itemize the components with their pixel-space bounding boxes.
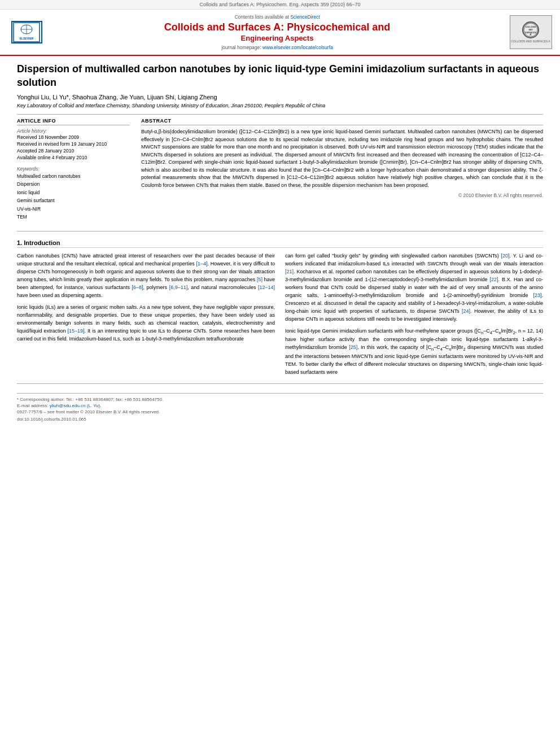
abstract-header: ABSTRACT [141,118,543,125]
intro-para2: Ionic liquids (ILs) are a series of orga… [17,304,275,343]
email-note: E-mail address: yliuh@sdu.edu.cn (L. Yu)… [17,403,543,408]
keyword-item: Gemini surfactant [17,196,130,204]
ref-15-19: [15–19] [68,328,85,334]
keywords-list: Multiwalled carbon nanotubesDispersionIo… [17,172,130,221]
elsevier-logo: ELSEVIER [7,21,46,43]
ref-20: [20] [501,253,510,259]
ref-23: [23] [533,292,541,298]
svg-text:A: A [530,33,532,36]
ref-6-9-11: [6,9–11] [169,285,188,290]
article-history-group: Article history: Received 18 November 20… [17,128,130,161]
svg-text:COLLOIDS: COLLOIDS [525,27,536,29]
ref-22: [22] [490,277,498,282]
top-bar: Colloids and Surfaces A: Physicochem. En… [0,0,560,10]
article-info-column: ARTICLE INFO Article history: Received 1… [17,118,130,225]
accepted: Accepted 28 January 2010 [17,148,130,155]
elsevier-logo-box: ELSEVIER [11,21,42,43]
intro-para3: can form gel called "bucky gels" by grin… [285,252,543,323]
svg-text:ELSEVIER: ELSEVIER [20,37,34,40]
journal-main-title: Colloids and Surfaces A: Physicochemical… [52,21,502,34]
svg-text:AND: AND [528,29,533,31]
journal-sub-title: Engineering Aspects [52,34,502,43]
info-abstract-section: ARTICLE INFO Article history: Received 1… [17,118,543,225]
affiliation: Key Laboratory of Colloid and Interface … [17,103,543,108]
available-online: Available online 4 February 2010 [17,155,130,161]
body-col-left: Carbon nanotubes (CNTs) have attracted g… [17,252,275,380]
keyword-item: Dispersion [17,180,130,188]
journal-logo-box: COLLOIDS AND SURFACES A COLLOIDS AND SUR… [510,15,552,49]
divider-1 [17,114,543,115]
introduction-title: 1. Introduction [17,239,543,248]
keyword-item: Ionic liquid [17,189,130,196]
homepage-url[interactable]: www.elsevier.com/locate/colsurfa [262,45,333,50]
authors: Yonghui Liu, Li Yu*, Shaohua Zhang, Jie … [17,94,543,101]
keyword-item: UV-vis-NIR [17,205,130,213]
received1: Received 18 November 2009 [17,134,130,141]
keyword-item: TEM [17,213,130,221]
ref-1-4: [1–4] [196,261,207,267]
article-title: Dispersion of multiwalled carbon nanotub… [17,63,543,89]
introduction-section: 1. Introduction Carbon nanotubes (CNTs) … [17,239,543,380]
keywords-group: Keywords: Multiwalled carbon nanotubesDi… [17,166,130,221]
footer-divider [17,383,543,384]
sciencedirect-link[interactable]: ScienceDirect [290,14,320,20]
corresponding-author-note: * Corresponding author. Tel.: +86 531 88… [17,397,543,402]
history-label: Article history: [17,128,130,134]
keywords-label: Keywords: [17,166,130,172]
doi-line: doi:10.1016/j.colsurfa.2010.01.065 [17,417,543,422]
abstract-copyright: © 2010 Elsevier B.V. All rights reserved… [141,193,543,198]
journal-logo-circle: COLLOIDS AND SURFACES A [522,21,539,38]
keyword-item: Multiwalled carbon nanotubes [17,172,130,180]
ref-5: [5] [257,277,262,282]
ref-21: [21] [285,269,294,274]
copyright-note: 0927-7757/$ – see front matter © 2010 El… [17,409,543,414]
ref-25: [25] [349,344,357,350]
journal-header: ELSEVIER Contents lists available at Sci… [0,10,560,56]
email-link[interactable]: yliuh@sdu.edu.cn (L. Yu). [50,403,102,408]
body-col-right: can form gel called "bucky gels" by grin… [285,252,543,380]
abstract-column: ABSTRACT Butyl-α,β-bis(dodecylimidazoliu… [141,118,543,225]
journal-logo-right: COLLOIDS AND SURFACES A COLLOIDS AND SUR… [508,15,553,49]
intro-para4: Ionic liquid-type Gemini imidazolium sur… [285,327,543,377]
ref-12-14: [12–14] [258,285,275,290]
top-bar-text: Colloids and Surfaces A: Physicochem. En… [199,2,360,7]
elsevier-logo-container: ELSEVIER [7,21,46,43]
revised: Received in revised form 19 January 2010 [17,141,130,148]
abstract-text: Butyl-α,β-bis(dodecylimidazolium bromide… [141,128,543,189]
journal-homepage: journal homepage: www.elsevier.com/locat… [52,45,502,50]
body-two-col: Carbon nanotubes (CNTs) have attracted g… [17,252,543,380]
article-footer: * Corresponding author. Tel.: +86 531 88… [17,393,543,422]
journal-title-center: Contents lists available at ScienceDirec… [52,14,502,50]
ref-6-8: [6–8] [132,285,143,290]
article-content: Dispersion of multiwalled carbon nanotub… [0,56,560,427]
article-info-header: ARTICLE INFO [17,118,130,125]
intro-para1: Carbon nanotubes (CNTs) have attracted g… [17,252,275,300]
logo-caption: COLLOIDS AND SURFACES A [511,40,550,43]
ref-24: [24] [462,308,470,314]
contents-line: Contents lists available at ScienceDirec… [52,14,502,20]
divider-2 [17,231,543,231]
